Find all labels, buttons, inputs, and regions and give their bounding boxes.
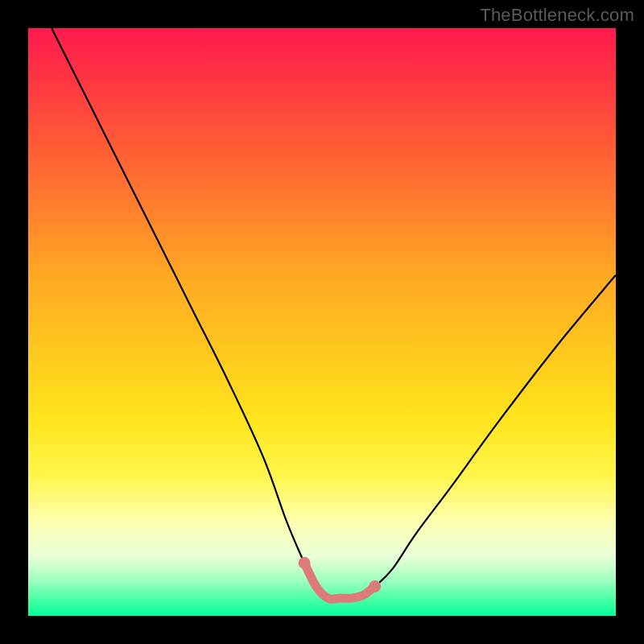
plot-area (28, 28, 616, 616)
watermark-label: TheBottleneck.com (480, 5, 634, 26)
marker-endpoint-dot (299, 557, 311, 569)
chart-frame: TheBottleneck.com (0, 0, 644, 644)
chart-svg (28, 28, 616, 616)
bottom-marker-curve (304, 563, 375, 599)
marker-endpoint-dot (369, 580, 381, 592)
bottleneck-curve (52, 28, 616, 599)
